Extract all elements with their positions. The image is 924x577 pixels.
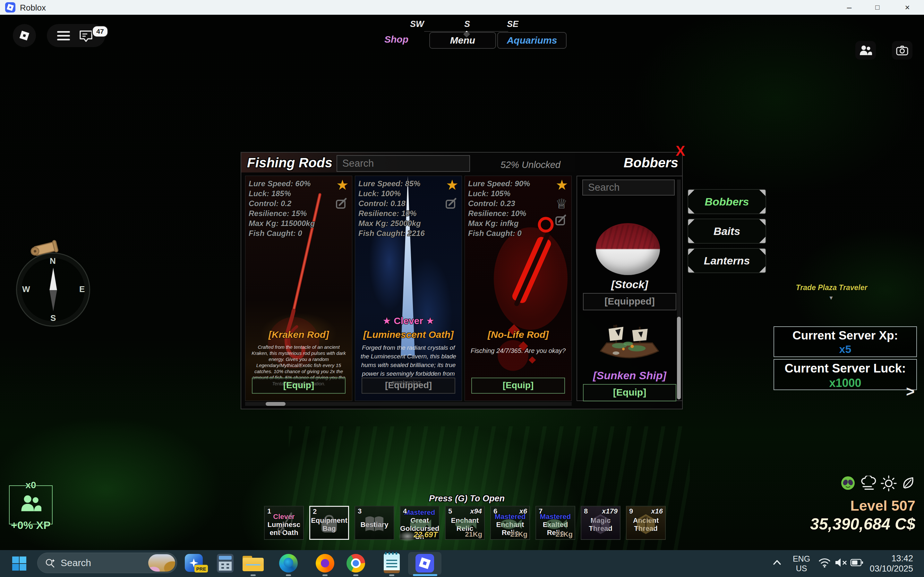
chat-icon[interactable] (79, 29, 93, 43)
npc-nameplate: Trade Plaza Traveler (790, 284, 873, 292)
party-people-icon (20, 494, 41, 512)
favorite-star-icon[interactable]: ★ (446, 177, 459, 193)
expand-chevron[interactable]: > (906, 383, 915, 400)
thread-gem-icon (590, 513, 611, 535)
hotbar-slot-8[interactable]: Magic Thread 8 x179 (581, 506, 620, 540)
hamburger-icon[interactable] (57, 39, 70, 40)
nav-shop[interactable]: Shop (384, 34, 409, 45)
item-count: x94 (470, 507, 482, 516)
active-app-indicator (413, 574, 437, 576)
tray-time: 13:42 (849, 553, 913, 564)
slot-key: 9 (629, 507, 633, 516)
edge-icon[interactable] (279, 554, 298, 572)
hamburger-icon[interactable] (57, 31, 70, 33)
bing-daily-image[interactable] (148, 554, 175, 572)
favorite-star-icon[interactable]: ★ (336, 177, 349, 193)
player-currency: 35,390,684 C$ (757, 515, 915, 533)
notepad-icon[interactable] (384, 553, 400, 573)
bobbers-vertical-scrollbar[interactable] (677, 179, 681, 396)
scrollbar-thumb[interactable] (266, 402, 286, 406)
rod-stats: Lure Speed: 90% Luck: 105% Control: 0.23… (468, 179, 530, 238)
fog-weather-icon (861, 476, 877, 490)
panel-close-button[interactable]: X (676, 143, 685, 159)
hotbar-slot-4[interactable]: Mastered Great Goldcursed Sh 4 22.69T (400, 506, 439, 540)
server-xp-label: Current Server Xp: (774, 329, 916, 342)
category-lanterns-button[interactable]: Lanterns (688, 248, 766, 273)
fish-icon (543, 516, 567, 532)
compass-sw: SW (410, 19, 424, 29)
bobber-name: [Sunken Ship] (577, 369, 682, 382)
language-indicator[interactable]: ENG US (790, 554, 813, 573)
roblox-taskbar-active[interactable] (408, 552, 441, 575)
bobber-equipped-button[interactable]: [Equipped] (583, 293, 676, 310)
slot-key: 6 (493, 507, 497, 516)
player-level: Level 507 (821, 498, 915, 514)
rods-horizontal-scrollbar[interactable] (245, 402, 572, 406)
chat-unread-badge: 47 (92, 25, 108, 37)
hotbar-slot-6[interactable]: Mastered Enchant Relic 6 x6 21Kg (490, 506, 530, 540)
edit-icon[interactable] (555, 214, 567, 227)
category-bobbers-button[interactable]: Bobbers (688, 189, 766, 214)
slot-key: 2 (313, 508, 317, 516)
bobbers-search-input[interactable] (583, 180, 674, 195)
fishing-rod-icon (273, 511, 295, 537)
window-title: Roblox (20, 3, 46, 13)
tray-clock[interactable]: 13:42 03/10/2025 (849, 553, 913, 574)
bobbers-search-box[interactable] (582, 179, 675, 195)
running-app-dot (250, 574, 256, 576)
firefox-icon[interactable] (316, 554, 334, 572)
game-topbar-pill: 47 (47, 24, 105, 47)
bobber-equip-button[interactable]: [Equip] (583, 384, 676, 401)
item-weight: 21Kg (465, 530, 482, 538)
favorite-star-icon[interactable]: ★ (556, 177, 568, 193)
category-baits-button[interactable]: Baits (688, 219, 766, 243)
edit-icon[interactable] (335, 197, 348, 210)
wifi-icon[interactable] (818, 557, 831, 568)
rods-search-box[interactable] (336, 155, 470, 172)
running-app-dot (353, 574, 359, 576)
copilot-icon[interactable]: PRE (185, 554, 203, 572)
hotbar-slot-5[interactable]: Enchant Relic 5 x94 21Kg (445, 506, 485, 540)
camera-button[interactable] (892, 41, 913, 60)
nav-aquariums[interactable]: Aquariums (497, 32, 567, 49)
fishing-rods-panel: Fishing Rods 52% Unlocked Bobbers Lure S… (241, 152, 683, 409)
bobber-name: [Stock] (577, 278, 682, 291)
item-value: 22.69T (414, 530, 438, 539)
calculator-icon[interactable] (217, 554, 234, 572)
roblox-menu-button[interactable] (13, 24, 36, 47)
equip-button[interactable]: [Equip] (471, 378, 565, 394)
hamburger-icon[interactable] (57, 35, 70, 37)
scrollbar-thumb[interactable] (677, 317, 681, 400)
taskbar-search-box[interactable]: Search (37, 553, 177, 573)
server-xp-value: x5 (774, 343, 916, 356)
rods-search-input[interactable] (337, 156, 469, 171)
roblox-logo-icon (17, 29, 31, 43)
hotbar-slot-9[interactable]: Ancient Thread 9 x16 (626, 506, 666, 540)
chrome-icon[interactable] (347, 554, 365, 572)
window-close-button[interactable]: × (893, 0, 922, 15)
item-weight: 21Kg (556, 530, 573, 538)
window-minimize-button[interactable]: – (837, 0, 862, 15)
language-line1: ENG (790, 554, 813, 564)
crown-icon[interactable]: ♕ (556, 196, 567, 211)
leaf-season-icon (901, 476, 916, 490)
hotbar-slot-1[interactable]: Clever Luminescent Oath 1 (264, 506, 304, 540)
compass-se: SE (507, 19, 519, 29)
stock-bobber-image (596, 223, 660, 275)
hotbar-slot-2[interactable]: Equipment Bag 2 (309, 506, 349, 540)
nav-menu[interactable]: Menu (429, 32, 496, 49)
volume-muted-icon[interactable] (834, 557, 848, 568)
rod-description: Fisching 24/7/365. Are you okay? (470, 347, 566, 355)
window-maximize-button[interactable]: □ (865, 0, 890, 15)
start-button[interactable] (11, 556, 27, 571)
equip-button[interactable]: [Equip] (252, 378, 346, 394)
chevron-down-icon: ▼ (829, 295, 834, 301)
people-icon (859, 45, 872, 56)
item-count: x16 (651, 507, 663, 516)
tray-chevron-icon[interactable] (771, 558, 783, 567)
people-button[interactable] (855, 41, 876, 60)
equipped-button[interactable]: [Equipped] (362, 378, 455, 394)
hotbar-slot-7[interactable]: Mastered Exalted Relic 7 21Kg (535, 506, 575, 540)
edit-icon[interactable] (445, 197, 458, 210)
hotbar-slot-3[interactable]: Bestiary 3 (355, 506, 394, 540)
